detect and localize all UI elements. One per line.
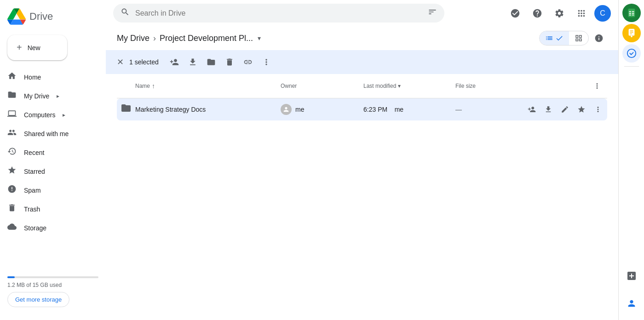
row-download-button[interactable] bbox=[541, 102, 556, 117]
svg-rect-11 bbox=[630, 34, 632, 34]
sort-icon: ↑ bbox=[152, 82, 155, 90]
sidebar-item-home[interactable]: Home bbox=[0, 68, 98, 86]
panel-add-button[interactable] bbox=[622, 267, 641, 285]
sidebar-item-trash[interactable]: Trash bbox=[0, 200, 98, 218]
storage-icon bbox=[7, 222, 17, 234]
folder-icon bbox=[121, 103, 132, 116]
column-file-size: File size bbox=[455, 83, 524, 89]
file-actions-cell bbox=[524, 102, 589, 117]
owner-avatar bbox=[281, 104, 292, 115]
column-more bbox=[589, 78, 607, 94]
breadcrumb-dropdown-icon[interactable]: ▾ bbox=[258, 34, 261, 42]
view-controls bbox=[539, 30, 607, 46]
user-avatar[interactable]: C bbox=[594, 5, 611, 22]
topbar: C bbox=[106, 0, 618, 26]
more-actions-button[interactable] bbox=[258, 54, 275, 70]
search-bar bbox=[113, 4, 444, 23]
sidebar-item-home-label: Home bbox=[24, 74, 41, 81]
sidebar-item-my-drive[interactable]: My Drive ▸ bbox=[0, 86, 98, 105]
row-rename-button[interactable] bbox=[558, 102, 572, 117]
column-more-button[interactable] bbox=[589, 78, 605, 94]
move-button[interactable] bbox=[203, 54, 219, 70]
file-modified-by: me bbox=[395, 106, 403, 113]
delete-button[interactable] bbox=[221, 54, 238, 70]
sidebar-item-spam-label: Spam bbox=[24, 187, 41, 194]
sidebar-item-computers[interactable]: Computers ▸ bbox=[0, 105, 98, 124]
home-icon bbox=[7, 71, 17, 83]
column-last-modified[interactable]: Last modified ▾ bbox=[363, 83, 455, 89]
google-tasks-panel-button[interactable] bbox=[622, 44, 641, 63]
breadcrumb: My Drive › Project Development Pl... ▾ bbox=[106, 26, 618, 50]
sidebar-item-starred-label: Starred bbox=[24, 168, 45, 175]
panel-user-button[interactable] bbox=[622, 294, 641, 313]
list-view-button[interactable] bbox=[540, 31, 569, 45]
svg-rect-2 bbox=[632, 11, 634, 12]
sidebar-item-trash-label: Trash bbox=[24, 206, 40, 213]
get-storage-button[interactable]: Get more storage bbox=[7, 292, 69, 307]
svg-rect-4 bbox=[632, 13, 634, 14]
selection-actions bbox=[166, 54, 275, 70]
google-keep-panel-button[interactable] bbox=[622, 24, 641, 42]
status-button[interactable] bbox=[506, 4, 524, 23]
search-icon bbox=[121, 7, 130, 19]
sidebar-item-spam[interactable]: Spam bbox=[0, 181, 98, 200]
grid-view-button[interactable] bbox=[569, 31, 588, 45]
app-title: Drive bbox=[29, 11, 53, 23]
download-button[interactable] bbox=[184, 54, 201, 70]
spam-icon bbox=[7, 184, 17, 196]
storage-used-text: 1.2 MB of 15 GB used bbox=[7, 282, 98, 288]
svg-rect-10 bbox=[630, 32, 633, 33]
share-button[interactable] bbox=[166, 54, 183, 70]
recent-icon bbox=[7, 147, 17, 158]
sidebar-item-storage[interactable]: Storage bbox=[0, 218, 98, 237]
trash-icon bbox=[7, 203, 17, 215]
svg-rect-6 bbox=[632, 15, 634, 16]
breadcrumb-parent[interactable]: My Drive bbox=[117, 34, 150, 43]
row-star-button[interactable] bbox=[574, 102, 589, 117]
deselect-button[interactable]: ✕ bbox=[117, 57, 124, 67]
my-drive-icon bbox=[7, 90, 17, 102]
main-content: C My Drive › Project Development Pl... ▾ bbox=[106, 0, 618, 320]
sidebar-item-storage-label: Storage bbox=[24, 224, 46, 232]
file-list-header: Name ↑ Owner Last modified ▾ File size bbox=[117, 74, 607, 98]
sidebar-item-recent[interactable]: Recent bbox=[0, 143, 98, 162]
search-filter-icon[interactable] bbox=[428, 7, 437, 19]
help-button[interactable] bbox=[528, 4, 546, 23]
info-button[interactable] bbox=[591, 30, 607, 46]
search-input[interactable] bbox=[135, 9, 422, 17]
svg-rect-3 bbox=[629, 13, 631, 14]
new-button-label: New bbox=[28, 44, 40, 51]
file-modified-time: 6:23 PM bbox=[363, 106, 387, 113]
file-size-cell: — bbox=[455, 106, 524, 113]
file-owner-cell: me bbox=[281, 104, 363, 115]
google-sheets-panel-button[interactable] bbox=[622, 4, 641, 22]
breadcrumb-current: Project Development Pl... bbox=[160, 34, 253, 43]
computers-icon bbox=[7, 109, 17, 120]
settings-button[interactable] bbox=[550, 4, 569, 23]
storage-bar-background bbox=[7, 276, 98, 278]
modified-sort-icon: ▾ bbox=[398, 83, 401, 89]
apps-button[interactable] bbox=[572, 4, 591, 23]
svg-rect-5 bbox=[629, 15, 631, 16]
right-panel bbox=[618, 0, 644, 320]
file-icon-cell bbox=[117, 103, 135, 116]
shared-icon bbox=[7, 128, 17, 139]
link-button[interactable] bbox=[240, 54, 256, 70]
sidebar-item-starred[interactable]: Starred bbox=[0, 162, 98, 181]
row-more-button[interactable] bbox=[591, 102, 605, 117]
svg-rect-1 bbox=[629, 11, 631, 12]
file-owner-name: me bbox=[295, 106, 304, 113]
file-more-cell bbox=[589, 102, 607, 117]
breadcrumb-separator: › bbox=[153, 34, 156, 43]
selection-count: 1 selected bbox=[129, 58, 159, 66]
storage-section: 1.2 MB of 15 GB used Get more storage bbox=[0, 267, 106, 316]
row-share-button[interactable] bbox=[524, 102, 539, 117]
storage-bar-fill bbox=[7, 276, 15, 278]
new-button[interactable]: + New bbox=[7, 35, 67, 60]
column-name[interactable]: Name ↑ bbox=[135, 82, 281, 90]
sidebar-item-shared-with-me[interactable]: Shared with me bbox=[0, 124, 98, 143]
svg-point-8 bbox=[631, 36, 632, 38]
table-row[interactable]: Marketing Strategy Docs me 6:23 PM me — bbox=[117, 98, 607, 120]
column-owner: Owner bbox=[281, 83, 363, 89]
file-name-cell: Marketing Strategy Docs bbox=[135, 106, 281, 113]
